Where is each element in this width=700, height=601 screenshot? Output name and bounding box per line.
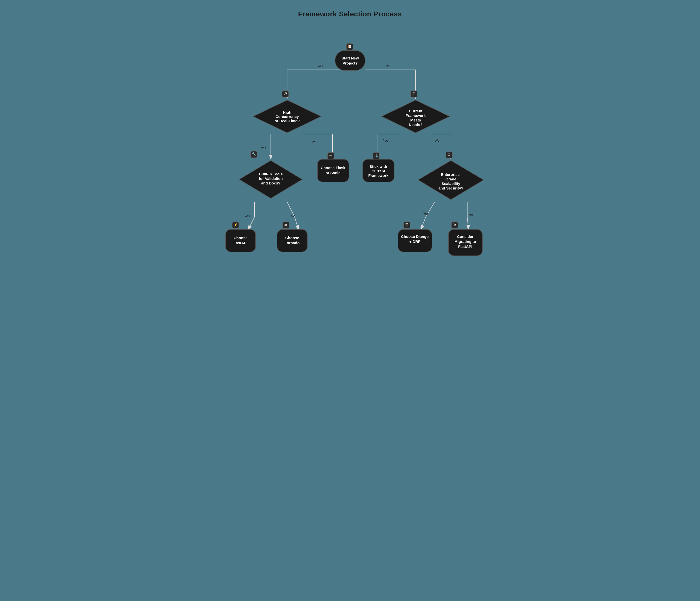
svg-text:High: High [283,110,291,114]
svg-line-14 [248,217,254,230]
svg-text:✏: ✏ [329,153,332,158]
edge-label-yes2: Yes [261,146,266,150]
svg-text:Choose Django: Choose Django [401,234,428,239]
svg-text:Needs?: Needs? [408,122,422,127]
stick-current-node: ⚓ Stick with Current Framework [363,152,394,182]
svg-text:for Validation: for Validation [259,176,283,181]
svg-text:Framework: Framework [405,113,426,118]
edge-label-no5: No [469,213,473,217]
svg-text:FastAPI: FastAPI [458,244,472,249]
svg-text:⚓: ⚓ [374,153,378,158]
svg-text:or Real-Time?: or Real-Time? [275,119,300,123]
svg-line-20 [467,217,469,230]
svg-text:Scalability: Scalability [441,182,460,186]
svg-text:Meets: Meets [410,118,421,122]
svg-text:☑: ☑ [412,92,415,96]
svg-text:☰: ☰ [405,223,408,227]
edge-label-yes3: Yes [383,139,389,142]
current-framework-node: ☑ Current Framework Meets Needs? [382,91,450,133]
svg-text:Enterprise-: Enterprise- [441,172,461,177]
svg-text:⇄: ⇄ [284,223,288,227]
svg-text:🔧: 🔧 [252,152,256,157]
edge-label-no1: No [385,64,390,68]
svg-text:⚡: ⚡ [233,223,238,227]
svg-text:Project?: Project? [342,61,357,65]
svg-text:Choose Flask: Choose Flask [321,166,345,170]
svg-text:Built-in Tools: Built-in Tools [259,172,283,176]
svg-text:Consider: Consider [457,234,473,239]
tornado-node: ⇄ Choose Tornado [277,222,307,252]
svg-text:Current: Current [408,109,422,113]
flowchart-container: Framework Selection Process Yes No Yes N… [211,10,489,291]
svg-rect-23 [335,50,365,71]
svg-text:Migrating to: Migrating to [454,239,476,244]
svg-text:and Security?: and Security? [438,186,463,190]
svg-line-18 [421,217,426,230]
edge-label-yes1: Yes [317,64,323,68]
svg-text:Tornado: Tornado [285,241,300,245]
svg-text:📋: 📋 [347,44,352,49]
flask-sanic-node: ✏ Choose Flask or Sanic [317,152,349,182]
svg-text:⏱: ⏱ [284,92,287,96]
svg-text:Choose: Choose [233,236,247,240]
start-node: 📋 Start New Project? [335,43,365,71]
svg-text:Start New: Start New [341,56,359,60]
django-node: ☰ Choose Django + DRF [398,222,432,252]
svg-text:Current: Current [371,169,385,173]
svg-text:FastAPI: FastAPI [233,241,248,245]
migrate-fastapi-node: ↻ Consider Migrating to FastAPI [448,222,482,256]
svg-text:+ DRF: + DRF [409,239,420,244]
svg-text:Concurrency: Concurrency [275,114,299,119]
svg-text:Framework: Framework [368,173,389,178]
edge-label-no2: No [312,140,317,144]
svg-text:and Docs?: and Docs? [261,181,280,185]
svg-text:↻: ↻ [453,223,456,227]
svg-text:Stick with: Stick with [369,164,387,169]
chart-title: Framework Selection Process [211,10,489,18]
concurrency-node: ⏱ High Concurrency or Real-Time? [253,91,321,133]
edge-label-yes4: Yes [244,214,250,218]
svg-line-16 [295,217,299,230]
svg-text:🛡: 🛡 [447,153,451,157]
edge-label-yes5: Yes [423,212,429,215]
edge-label-no4: No [291,214,295,218]
svg-text:or Sanic: or Sanic [325,171,340,175]
edge-label-no3: No [435,139,440,142]
fastapi-node: ⚡ Choose FastAPI [225,222,256,252]
svg-text:Choose: Choose [285,236,299,240]
svg-text:Grade: Grade [445,177,456,181]
